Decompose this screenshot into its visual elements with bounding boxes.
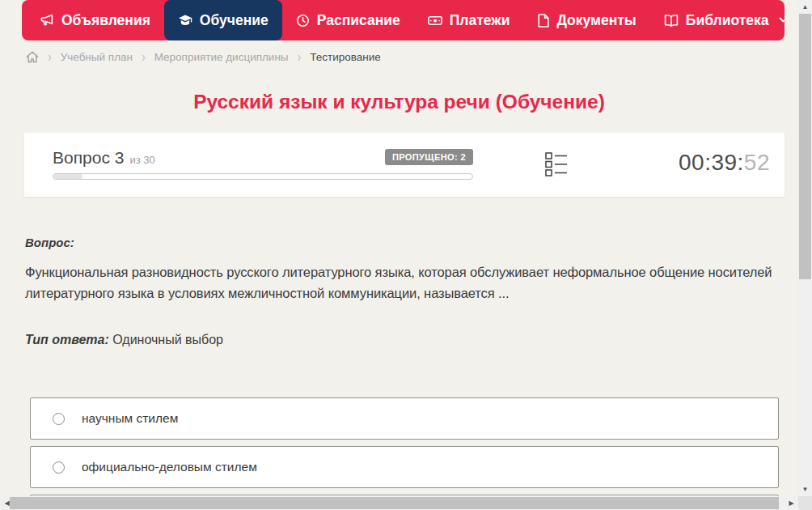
answer-option[interactable]: официально-деловым стилем xyxy=(30,446,779,488)
nav-item-label: Обучение xyxy=(200,12,269,29)
banknote-icon xyxy=(428,14,442,28)
skipped-badge: ПРОПУЩЕНО: 2 xyxy=(385,149,473,165)
nav-item-payments[interactable]: Платежи xyxy=(414,0,524,40)
quiz-header-card: Вопрос 3 из 30 ПРОПУЩЕНО: 2 00:39:52 xyxy=(24,133,785,197)
breadcrumb: › Учебный план › Мероприятие дисциплины … xyxy=(26,50,381,63)
vertical-scrollbar[interactable]: ▲ ▼ xyxy=(798,0,812,496)
nav-item-learning[interactable]: Обучение xyxy=(164,0,282,40)
page-title: Русский язык и культура речи (Обучение) xyxy=(0,91,798,113)
question-block: Вопрос: Функциональная разновидность рус… xyxy=(25,236,785,347)
document-icon xyxy=(537,14,549,28)
megaphone-icon xyxy=(40,14,54,28)
main-nav: Объявления Обучение Расписание Платежи Д… xyxy=(22,0,785,40)
clock-icon xyxy=(296,14,310,28)
scroll-right-icon[interactable]: ▶ xyxy=(785,496,798,510)
horizontal-scrollbar[interactable]: ◀ ▶ xyxy=(0,496,798,510)
timer-hours-minutes: 00:39: xyxy=(679,150,744,175)
radio-button-icon[interactable] xyxy=(53,461,65,474)
answer-type-label: Тип ответа: xyxy=(25,333,109,346)
chevron-down-icon xyxy=(779,17,788,23)
home-icon[interactable] xyxy=(26,51,39,63)
timer-seconds: 52 xyxy=(744,150,770,175)
scroll-up-icon[interactable]: ▲ xyxy=(798,0,812,14)
breadcrumb-study-plan[interactable]: Учебный план xyxy=(61,51,133,63)
answer-option[interactable]: научным стилем xyxy=(30,397,779,440)
answer-options: научным стилем официально-деловым стилем xyxy=(30,397,779,496)
timer: 00:39:52 xyxy=(679,150,770,176)
answer-option-label: официально-деловым стилем xyxy=(82,460,257,474)
breadcrumb-separator-icon: › xyxy=(48,49,52,65)
question-label: Вопрос: xyxy=(25,236,785,249)
radio-button-icon[interactable] xyxy=(53,413,65,425)
breadcrumb-separator-icon: › xyxy=(142,49,146,65)
vertical-scrollbar-thumb[interactable] xyxy=(799,14,811,279)
answer-type-value: Одиночный выбор xyxy=(112,333,223,346)
quiz-progress-section: Вопрос 3 из 30 ПРОПУЩЕНО: 2 xyxy=(53,149,473,180)
nav-item-label: Расписание xyxy=(317,12,400,29)
question-text: Функциональная разновидность русского ли… xyxy=(25,261,785,304)
breadcrumb-testing: Тестирование xyxy=(310,51,381,63)
page-content: Объявления Обучение Расписание Платежи Д… xyxy=(0,0,798,496)
horizontal-scrollbar-thumb[interactable] xyxy=(10,497,779,509)
nav-item-label: Документы xyxy=(556,12,636,29)
question-number: Вопрос 3 xyxy=(53,149,124,167)
scrollbar-corner xyxy=(798,496,812,510)
open-book-icon xyxy=(664,14,679,28)
progress-bar xyxy=(53,173,473,180)
nav-item-announcements[interactable]: Объявления xyxy=(27,0,164,40)
nav-item-documents[interactable]: Документы xyxy=(523,0,649,40)
question-list-icon[interactable] xyxy=(544,151,569,178)
nav-item-library[interactable]: Библиотека xyxy=(650,0,798,40)
nav-item-schedule[interactable]: Расписание xyxy=(282,0,414,40)
progress-fill xyxy=(53,174,82,179)
answer-option-label: научным стилем xyxy=(82,411,178,426)
breadcrumb-separator-icon: › xyxy=(298,49,302,65)
question-total: из 30 xyxy=(129,154,154,166)
graduation-cap-icon xyxy=(178,14,192,28)
scroll-down-icon[interactable]: ▼ xyxy=(798,482,812,496)
breadcrumb-discipline-event[interactable]: Мероприятие дисциплины xyxy=(154,51,289,63)
nav-item-label: Платежи xyxy=(450,12,510,29)
nav-item-label: Объявления xyxy=(61,12,150,29)
nav-item-label: Библиотека xyxy=(686,12,769,29)
